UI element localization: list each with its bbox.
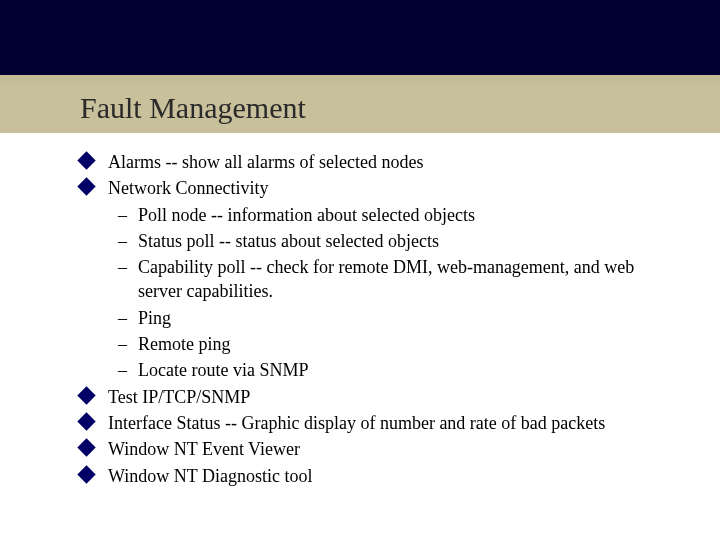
list-item: Network Connectivity–Poll node -- inform…	[80, 176, 660, 382]
list-item: Window NT Diagnostic tool	[80, 464, 660, 488]
sub-list-item-text: Ping	[138, 308, 171, 328]
sub-list-item: –Capability poll -- check for remote DMI…	[108, 255, 660, 304]
diamond-bullet-icon	[77, 465, 95, 483]
sub-list-item-text: Poll node -- information about selected …	[138, 205, 475, 225]
bullet-list: Alarms -- show all alarms of selected no…	[80, 150, 660, 488]
header-bar	[0, 0, 720, 75]
sub-list-item: –Poll node -- information about selected…	[108, 203, 660, 227]
list-item: Alarms -- show all alarms of selected no…	[80, 150, 660, 174]
list-item: Interface Status -- Graphic display of n…	[80, 411, 660, 435]
dash-icon: –	[118, 255, 127, 279]
dash-icon: –	[118, 203, 127, 227]
list-item-text: Window NT Event Viewer	[108, 439, 300, 459]
dash-icon: –	[118, 332, 127, 356]
diamond-bullet-icon	[77, 151, 95, 169]
list-item-text: Window NT Diagnostic tool	[108, 466, 312, 486]
dash-icon: –	[118, 358, 127, 382]
slide: Fault Management Alarms -- show all alar…	[0, 0, 720, 540]
sub-list-item: –Locate route via SNMP	[108, 358, 660, 382]
list-item-text: Network Connectivity	[108, 178, 268, 198]
accent-bar	[0, 75, 720, 83]
list-item-text: Test IP/TCP/SNMP	[108, 387, 250, 407]
diamond-bullet-icon	[77, 386, 95, 404]
list-item: Test IP/TCP/SNMP	[80, 385, 660, 409]
list-item-text: Alarms -- show all alarms of selected no…	[108, 152, 423, 172]
diamond-bullet-icon	[77, 439, 95, 457]
diamond-bullet-icon	[77, 178, 95, 196]
sub-list: –Poll node -- information about selected…	[108, 203, 660, 383]
sub-list-item-text: Remote ping	[138, 334, 231, 354]
sub-list-item-text: Status poll -- status about selected obj…	[138, 231, 439, 251]
sub-list-item: –Status poll -- status about selected ob…	[108, 229, 660, 253]
dash-icon: –	[118, 229, 127, 253]
slide-title: Fault Management	[80, 91, 306, 125]
sub-list-item-text: Locate route via SNMP	[138, 360, 308, 380]
list-item-text: Interface Status -- Graphic display of n…	[108, 413, 605, 433]
sub-list-item: –Remote ping	[108, 332, 660, 356]
title-strip: Fault Management	[0, 83, 720, 133]
dash-icon: –	[118, 306, 127, 330]
diamond-bullet-icon	[77, 412, 95, 430]
slide-content: Alarms -- show all alarms of selected no…	[80, 150, 660, 490]
sub-list-item-text: Capability poll -- check for remote DMI,…	[138, 257, 634, 301]
list-item: Window NT Event Viewer	[80, 437, 660, 461]
sub-list-item: –Ping	[108, 306, 660, 330]
